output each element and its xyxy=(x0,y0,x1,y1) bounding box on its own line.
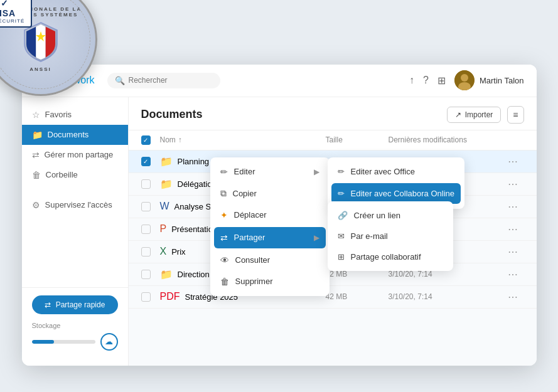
sidebar-item-documents[interactable]: 📁 Documents xyxy=(22,125,128,145)
row-more-6[interactable]: ⋯ xyxy=(502,291,524,303)
visa-stamp: ✓ VISA DE SÉCURITÉ xyxy=(0,0,32,28)
menu-item-partager[interactable]: ⇄ Partager ▶ xyxy=(214,227,326,248)
sub-menu-item-office[interactable]: ✏ Editer avec Office xyxy=(328,161,464,182)
menu-item-supprimer[interactable]: 🗑 Supprimer xyxy=(210,271,330,292)
collab-icon: ⊞ xyxy=(338,252,345,262)
logo: oo drive work xyxy=(35,74,95,87)
ppt-icon-3: P xyxy=(160,223,167,235)
select-all-checkbox[interactable]: ✓ xyxy=(141,135,151,145)
sidebar: ☆ Favoris 📁 Documents ⇄ Gérer mon partag… xyxy=(22,97,129,366)
svg-rect-2 xyxy=(45,24,55,60)
menu-item-deplacer[interactable]: ✦ Déplacer xyxy=(210,204,330,226)
row-more-5[interactable]: ⋯ xyxy=(502,268,524,280)
menu-label-copier: Copier xyxy=(233,189,257,198)
row-checkbox-3[interactable] xyxy=(141,225,151,234)
upload-icon[interactable]: ↑ xyxy=(409,75,414,86)
quick-share-button[interactable]: ⇄ Partage rapide xyxy=(32,295,118,314)
settings-icon: ⚙ xyxy=(32,200,40,210)
sub-menu-item-collaboratif[interactable]: ⊞ Partage collaboratif xyxy=(328,246,453,267)
menu-label-consulter: Consulter xyxy=(235,255,271,265)
header-actions: ↗ Importer ≡ xyxy=(447,106,524,124)
row-more-0[interactable]: ⋯ xyxy=(502,156,524,167)
sidebar-item-favoris[interactable]: ☆ Favoris xyxy=(22,105,128,125)
help-icon[interactable]: ? xyxy=(423,75,429,86)
sub-menu-item-email[interactable]: ✉ Par e-mail xyxy=(328,226,453,246)
folder-icon-5: 📁 xyxy=(160,268,173,280)
page-title: Documents xyxy=(141,108,203,121)
row-more-3[interactable]: ⋯ xyxy=(502,223,524,235)
menu-label-supprimer: Supprimer xyxy=(235,277,273,286)
menu-label-partager: Partager xyxy=(234,233,266,242)
logo-oo: oo xyxy=(35,74,47,87)
word-icon-2: W xyxy=(160,201,169,212)
row-more-4[interactable]: ⋯ xyxy=(502,246,524,258)
link-icon: 🔗 xyxy=(338,211,348,220)
sidebar-item-partage[interactable]: ⇄ Gérer mon partage xyxy=(22,145,128,165)
file-size-6: 42 MB xyxy=(326,292,389,301)
file-size-5: 42 MB xyxy=(326,270,389,278)
topbar: oo drive work 🔍 ↑ ? ⊞ xyxy=(22,65,537,97)
edit-icon: ✏ xyxy=(220,167,228,177)
share-sub-menu: 🔗 Créer un lien ✉ Par e-mail ⊞ Partage c… xyxy=(328,201,453,271)
sub-menu-label-collabora: Editer avec Collabora Online xyxy=(351,189,454,198)
file-name-5: Direction xyxy=(178,270,210,279)
sidebar-label-favoris: Favoris xyxy=(45,110,72,119)
row-checkbox-4[interactable] xyxy=(141,247,151,257)
file-name-4: Prix xyxy=(171,247,185,257)
cloud-icon: ☁ xyxy=(100,333,118,351)
grid-icon[interactable]: ⊞ xyxy=(437,75,446,87)
more-options-button[interactable]: ≡ xyxy=(507,106,523,124)
svg-rect-0 xyxy=(26,24,36,60)
sub-menu-item-collabora[interactable]: ✏ Editer avec Collabora Online xyxy=(331,183,461,204)
sub-menu-item-lien[interactable]: 🔗 Créer un lien xyxy=(328,205,453,226)
storage-section: Stockage ☁ xyxy=(32,322,118,351)
table-row[interactable]: PDF Stratégie 2025 42 MB 3/10/20, 7:14 ⋯ xyxy=(129,286,537,309)
search-icon: 🔍 xyxy=(115,76,125,85)
import-button[interactable]: ↗ Importer xyxy=(447,107,502,123)
col-size: Taille xyxy=(326,135,389,144)
sub-menu-label-collaboratif: Partage collaboratif xyxy=(351,252,421,262)
row-checkbox-1[interactable] xyxy=(141,179,151,189)
row-checkbox-2[interactable] xyxy=(141,202,151,211)
search-input[interactable] xyxy=(129,76,213,85)
import-icon: ↗ xyxy=(455,110,461,119)
user-name: Martin Talon xyxy=(480,76,524,85)
menu-item-editer[interactable]: ✏ Editer ▶ xyxy=(210,161,330,183)
col-date: Dernières modifications xyxy=(389,135,502,144)
email-icon: ✉ xyxy=(338,231,345,241)
row-more-1[interactable]: ⋯ xyxy=(502,178,524,190)
row-more-2[interactable]: ⋯ xyxy=(502,201,524,213)
import-label: Importer xyxy=(465,110,493,119)
sub-menu-label-lien: Créer un lien xyxy=(354,211,400,220)
sidebar-item-corbeille[interactable]: 🗑 Corbeille xyxy=(22,165,128,185)
visa-text-top: AGENCE NATIONALE DE LA SÉCURITÉ DES SYST… xyxy=(0,6,95,18)
excel-icon-4: X xyxy=(160,246,167,257)
collabora-icon: ✏ xyxy=(338,189,345,198)
user-menu[interactable]: Martin Talon xyxy=(454,70,524,90)
row-checkbox-6[interactable] xyxy=(141,292,151,302)
search-box[interactable]: 🔍 xyxy=(107,73,220,88)
svg-marker-3 xyxy=(36,31,46,41)
app-window: oo drive work 🔍 ↑ ? ⊞ xyxy=(22,65,537,366)
row-checkbox-0[interactable]: ✓ xyxy=(141,157,151,166)
pdf-icon-6: PDF xyxy=(160,291,180,302)
sidebar-bottom: ⇄ Partage rapide Stockage ☁ xyxy=(22,287,128,358)
file-date-5: 3/10/20, 7:14 xyxy=(389,270,502,278)
col-name-label: Nom xyxy=(160,135,176,144)
sidebar-label-acces: Supervisez l'accès xyxy=(45,200,112,209)
delete-icon: 🗑 xyxy=(220,277,229,287)
folder-icon-1: 📁 xyxy=(160,178,173,190)
office-icon: ✏ xyxy=(338,167,345,176)
copy-icon: ⧉ xyxy=(220,188,227,199)
menu-item-copier[interactable]: ⧉ Copier xyxy=(210,183,330,204)
sidebar-item-acces[interactable]: ⚙ Supervisez l'accès xyxy=(22,195,128,215)
row-checkbox-5[interactable] xyxy=(141,270,151,279)
table-header: ✓ Nom ↑ Taille Dernières modifications xyxy=(129,130,537,151)
partager-icon: ⇄ xyxy=(220,233,228,243)
trash-icon: 🗑 xyxy=(32,170,41,180)
sub-menu-label-office: Editer avec Office xyxy=(351,167,415,176)
arrow-partager-icon: ▶ xyxy=(314,233,319,242)
star-icon: ☆ xyxy=(32,110,40,120)
menu-item-consulter[interactable]: 👁 Consulter xyxy=(210,250,330,271)
storage-bar-wrap: ☁ xyxy=(32,333,118,351)
